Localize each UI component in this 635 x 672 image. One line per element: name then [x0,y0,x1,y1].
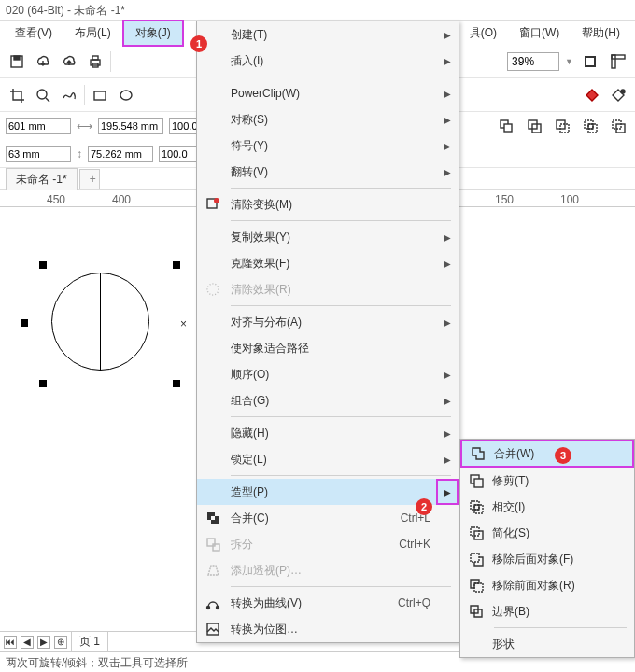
page-add[interactable]: ⊕ [54,636,67,649]
menu-fit-path[interactable]: 使对象适合路径 [197,335,459,361]
submenu-boundary[interactable]: 边界(B) [460,598,634,624]
svg-rect-43 [474,583,483,592]
menu-create[interactable]: 创建(T)▶ [197,21,459,48]
print-icon[interactable] [84,50,106,73]
svg-rect-3 [92,56,98,60]
menu-clear-transform[interactable]: 清除变换(M) [197,191,459,217]
rectangle-icon[interactable] [89,84,111,106]
zoom-icon[interactable] [32,84,54,106]
menu-tools[interactable]: 具(O) [459,21,508,45]
svg-rect-1 [14,56,20,60]
crop-icon[interactable] [6,84,28,106]
height-input[interactable] [88,146,153,162]
submenu-weld[interactable]: 合并(W) [460,440,634,468]
svg-rect-6 [586,58,594,65]
menu-copy-effect[interactable]: 复制效果(Y)▶ [197,224,459,250]
clear-effect-icon [205,281,221,298]
object-menu-dropdown: 创建(T)▶ 插入(I)▶ PowerClip(W)▶ 对称(S)▶ 符号(Y)… [196,21,459,643]
svg-point-9 [37,90,47,99]
menu-layout[interactable]: 布局(L) [64,21,122,45]
svg-rect-34 [207,623,219,635]
page-tab[interactable]: 页 1 [71,631,108,652]
menu-clone-effect[interactable]: 克隆效果(F)▶ [197,250,459,276]
simplify-icon[interactable] [607,115,629,137]
page-prev[interactable]: ◀ [21,636,34,649]
front-minus-icon [468,551,485,567]
width-input[interactable] [98,118,163,134]
fullscreen-icon[interactable] [579,50,601,73]
svg-rect-29 [211,516,215,520]
annotation-badge-1: 1 [190,35,207,52]
clear-transform-icon [205,196,221,213]
submenu-shape[interactable]: 形状 [460,631,634,657]
shaping-submenu: 合并(W) 修剪(T) 相交(I) 简化(S) 移除后面对象(F) 移除前面对象… [459,439,635,658]
svg-rect-42 [471,553,479,562]
menu-clear-effect: 清除效果(R) [197,276,459,302]
svg-rect-31 [213,544,219,551]
menu-symbol[interactable]: 符号(Y)▶ [197,133,459,159]
menu-powerclip[interactable]: PowerClip(W)▶ [197,80,459,106]
submenu-simplify[interactable]: 简化(S) [460,520,634,546]
svg-point-11 [120,91,132,100]
new-tab-button[interactable]: + [79,169,100,189]
back-minus-icon [468,577,485,594]
rulers-icon[interactable] [607,50,629,73]
menu-insert[interactable]: 插入(I)▶ [197,48,459,74]
svg-point-33 [217,607,219,609]
svg-rect-10 [94,91,106,100]
svg-rect-21 [588,124,593,129]
title-bar: 020 (64-Bit) - 未命名 -1* [0,0,635,21]
zoom-input[interactable] [507,52,559,71]
page-next[interactable]: ▶ [37,636,50,649]
menu-window[interactable]: 窗口(W) [508,21,571,45]
menu-view[interactable]: 查看(V) [4,21,64,45]
fill-icon[interactable] [581,84,603,106]
weld-icon [470,445,487,462]
combine-icon [205,510,221,526]
document-tab[interactable]: 未命名 -1* [6,168,78,190]
menu-hide[interactable]: 隐藏(H)▶ [197,420,459,446]
menu-lock[interactable]: 锁定(L)▶ [197,446,459,472]
svg-rect-8 [612,55,625,59]
trim-icon[interactable] [551,115,573,137]
intersect-icon[interactable] [579,115,601,137]
menu-symmetry[interactable]: 对称(S)▶ [197,106,459,133]
ellipse-icon[interactable] [115,84,137,106]
submenu-back-minus[interactable]: 移除前面对象(R) [460,572,634,598]
menu-align[interactable]: 对齐与分布(A)▶ [197,309,459,335]
trim-icon [468,472,485,489]
to-bitmap-icon [205,621,221,637]
menu-perspective: 添加透视(P)… [197,557,459,583]
menu-flip[interactable]: 翻转(V)▶ [197,159,459,185]
page-first[interactable]: ⏮ [4,636,17,649]
menu-object[interactable]: 对象(J) [122,20,184,47]
save-icon[interactable] [6,50,28,73]
scale-y-input[interactable] [159,146,198,162]
menu-to-bitmap[interactable]: 转换为位图… [197,616,459,642]
pos-y-input[interactable] [6,146,71,162]
simplify-icon [468,525,485,541]
shape-tool-1[interactable] [495,115,517,137]
perspective-icon [205,562,221,579]
submenu-trim[interactable]: 修剪(T) [460,468,634,494]
menu-group[interactable]: 组合(G)▶ [197,387,459,413]
menu-order[interactable]: 顺序(O)▶ [197,361,459,387]
cloud-down-icon[interactable] [32,50,54,73]
smart-fill-icon[interactable] [607,84,629,106]
menu-to-curve[interactable]: 转换为曲线(V)Ctrl+Q [197,590,459,616]
svg-rect-30 [207,539,215,546]
submenu-front-minus[interactable]: 移除后面对象(F) [460,546,634,572]
svg-point-26 [207,284,219,295]
weld-icon[interactable] [523,115,545,137]
menu-break: 拆分Ctrl+K [197,531,459,557]
boundary-icon [468,603,485,620]
pos-x-input[interactable] [6,118,71,134]
svg-point-32 [207,607,210,609]
menu-help[interactable]: 帮助(H) [571,21,631,45]
freehand-icon[interactable] [58,84,80,106]
cloud-up-icon[interactable] [58,50,80,73]
svg-rect-39 [474,505,479,510]
to-curve-icon [205,595,221,611]
svg-rect-14 [504,124,512,132]
submenu-intersect[interactable]: 相交(I) [460,494,634,520]
